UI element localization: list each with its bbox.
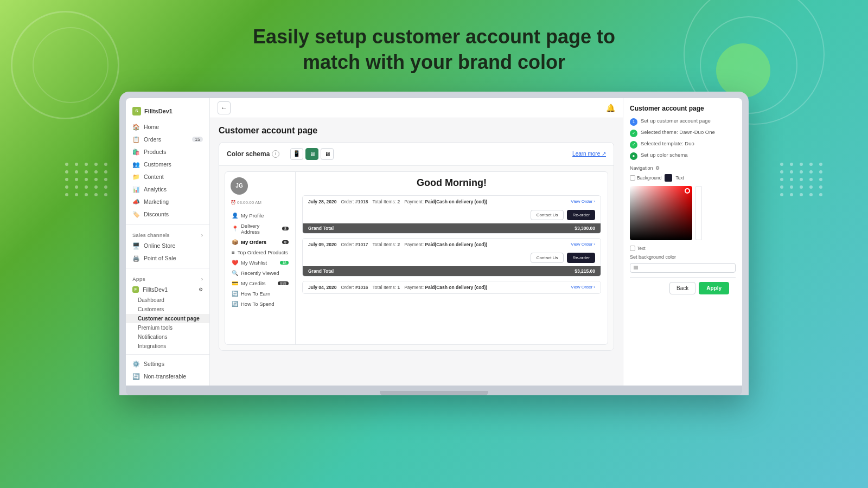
- apply-button[interactable]: Apply: [699, 282, 729, 294]
- home-icon: 🏠: [132, 124, 140, 131]
- sidebar-item-marketing[interactable]: 📣 Marketing: [126, 196, 209, 208]
- text-checkbox[interactable]: [630, 246, 635, 251]
- order-1-contact-btn[interactable]: Contact Us: [531, 210, 564, 220]
- hex-color-input[interactable]: [630, 263, 736, 273]
- wishlist-icon: ❤️: [232, 260, 238, 266]
- sidebar-sub-premium-tools[interactable]: Premium tools: [126, 323, 209, 332]
- order-1-total: Grand Total $3,300.00: [303, 223, 601, 233]
- alpha-bar[interactable]: [695, 186, 702, 240]
- sidebar-logo: S FilltsDev1: [126, 104, 209, 121]
- products-icon: 🛍️: [132, 149, 140, 156]
- sidebar-item-non-transferable[interactable]: 🔄 Non-transferable: [126, 370, 209, 383]
- account-sidebar: JG ⏰ 03:00:00 AM 👤 My: [225, 172, 296, 344]
- marketing-icon: 📣: [132, 198, 140, 206]
- sidebar-item-customers[interactable]: 👥 Customers: [126, 158, 209, 171]
- account-menu-delivery[interactable]: 📍 Delivery Address 8: [231, 221, 290, 237]
- deco-dots-right: [780, 163, 825, 196]
- orders-badge: 15: [192, 137, 203, 142]
- sidebar-item-content[interactable]: 📁 Content: [126, 171, 209, 183]
- sidebar-item-analytics[interactable]: 📊 Analytics: [126, 183, 209, 196]
- setup-step-1: 1 Set up customer account page: [630, 118, 736, 126]
- sidebar-item-settings[interactable]: ⚙️ Settings: [126, 358, 209, 370]
- order-2-reorder-btn[interactable]: Re-order: [567, 253, 595, 263]
- sidebar-item-filltsdev1[interactable]: F FilltsDev1 ⚙: [126, 284, 209, 296]
- online-store-icon: 🖥️: [132, 242, 140, 249]
- sidebar-item-online-store[interactable]: 🖥️ Online Store: [126, 240, 209, 252]
- bg-option: Background: [630, 175, 661, 181]
- account-menu-how-earn[interactable]: 🔄 How To Earn: [231, 288, 290, 299]
- order-2-contact-btn[interactable]: Contact Us: [531, 253, 564, 263]
- account-menu-wishlist[interactable]: ❤️ My Wishlist 18: [231, 258, 290, 268]
- sidebar-item-discounts[interactable]: 🏷️ Discounts: [126, 208, 209, 221]
- device-mobile-btn[interactable]: 📱: [290, 148, 303, 160]
- admin-topbar: ← 🔔: [210, 98, 623, 118]
- sidebar-item-discounts-label: Discounts: [144, 211, 169, 217]
- device-desktop-btn[interactable]: 🖥: [321, 148, 334, 160]
- setup-step-3-label: Selected template: Duo: [641, 140, 694, 146]
- sidebar-item-pos[interactable]: 🖨️ Point of Sale: [126, 252, 209, 265]
- admin-content-area: Customer account page Color schema i 📱 🖥…: [210, 118, 623, 386]
- sidebar-item-orders-label: Orders: [144, 136, 161, 143]
- order-2-date: July 09, 2020: [308, 242, 336, 247]
- profile-icon: 👤: [232, 213, 238, 219]
- sidebar-sub-dashboard[interactable]: Dashboard: [126, 296, 209, 305]
- sidebar-sub-integrations[interactable]: Integrations: [126, 342, 209, 351]
- device-tablet-btn[interactable]: 🖥: [305, 148, 318, 160]
- account-menu-recently[interactable]: 🔍 Recently Viewed: [231, 268, 290, 278]
- preview-area: JG ⏰ 03:00:00 AM 👤 My: [219, 166, 614, 350]
- sales-channels-section: Sales channels ›: [126, 228, 209, 240]
- pos-icon: 🖨️: [132, 255, 140, 262]
- notification-icon[interactable]: 🔔: [606, 104, 615, 112]
- order-1-view[interactable]: View Order ›: [571, 199, 595, 204]
- order-1-total-amount: $3,300.00: [575, 226, 595, 231]
- sidebar-sub-customer-account-page[interactable]: Customer account page: [126, 314, 209, 323]
- order-3-date: July 04, 2020: [308, 285, 336, 290]
- sidebar-sub-notifications[interactable]: Notifications: [126, 332, 209, 342]
- setup-step-1-label: Set up customer account page: [641, 118, 711, 124]
- sidebar-item-customers-label: Customers: [144, 161, 171, 168]
- sidebar-item-marketing-label: Marketing: [144, 198, 169, 205]
- order-1-reorder-btn[interactable]: Re-order: [567, 210, 595, 220]
- order-3-payment: Payment: Paid(Cash on delivery (cod)): [404, 285, 487, 290]
- sidebar-item-home[interactable]: 🏠 Home: [126, 121, 209, 133]
- setup-step-4-label: Set up color schema: [641, 152, 688, 158]
- learn-more-link[interactable]: Learn more ↗: [572, 151, 606, 157]
- transfer-icon: 🔄: [132, 373, 140, 380]
- account-menu-profile[interactable]: 👤 My Profile: [231, 210, 290, 221]
- order-3-header: July 04, 2020 Order: #1016 Total Items: …: [303, 281, 601, 293]
- sidebar-item-products[interactable]: 🛍️ Products: [126, 146, 209, 158]
- set-bg-color-label: Set background color: [630, 254, 736, 260]
- settings-small-icon: ⚙: [655, 165, 660, 171]
- account-menu-credits[interactable]: 💳 My Credits 888: [231, 278, 290, 288]
- order-2-header: July 09, 2020 Order: #1017 Total Items: …: [303, 239, 601, 251]
- account-avatar: JG: [231, 177, 248, 195]
- shopify-logo-icon: S: [132, 107, 141, 115]
- analytics-icon: 📊: [132, 186, 140, 193]
- device-icons: 📱 🖥 🖥: [290, 148, 334, 160]
- sidebar-app-name: FilltsDev1: [144, 108, 173, 114]
- credits-badge: 888: [278, 281, 289, 285]
- account-menu-top-ordered[interactable]: ≡ Top Ordered Products: [231, 247, 290, 258]
- step-3-icon: ✓: [630, 141, 637, 149]
- order-1-items: Total Items: 2: [373, 199, 400, 204]
- account-menu-orders[interactable]: 📦 My Orders 8: [231, 237, 290, 247]
- sidebar-sub-customers[interactable]: Customers: [126, 305, 209, 314]
- order-3-view[interactable]: View Order ›: [571, 285, 595, 290]
- panel-footer: Back Apply: [630, 277, 736, 299]
- order-item-1: July 28, 2020 Order: #1018 Total Items: …: [302, 195, 601, 234]
- navigation-label: Navigation ⚙: [630, 165, 736, 171]
- preview-frame: JG ⏰ 03:00:00 AM 👤 My: [225, 171, 608, 345]
- orders-icon: 📋: [132, 136, 140, 143]
- bg-checkbox[interactable]: [630, 175, 635, 181]
- order-2-view[interactable]: View Order ›: [571, 242, 595, 247]
- spend-icon: 🔄: [232, 301, 238, 307]
- orders-badge-menu: 8: [282, 240, 289, 244]
- color-picker-canvas[interactable]: [630, 186, 692, 240]
- color-picker-outer: [630, 186, 736, 242]
- back-button-setup[interactable]: Back: [669, 282, 695, 294]
- account-menu-how-spend[interactable]: 🔄 How To Spend: [231, 299, 290, 309]
- sidebar-item-orders[interactable]: 📋 Orders 15: [126, 133, 209, 146]
- order-2-actions: Contact Us Re-order: [303, 251, 601, 266]
- deco-dots-left: [65, 163, 110, 196]
- back-button[interactable]: ←: [218, 101, 231, 114]
